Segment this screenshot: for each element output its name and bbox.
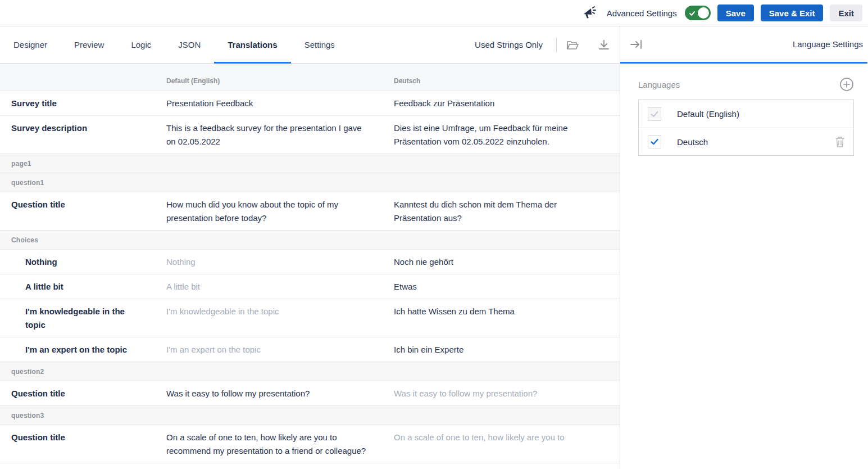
top-action-bar: Advanced Settings Save Save & Exit Exit <box>0 0 868 26</box>
check-icon <box>650 137 659 146</box>
section-row-page1: page1 <box>0 154 620 173</box>
section-label: question3 <box>0 406 620 425</box>
check-icon <box>689 9 696 16</box>
row-label: I'm an expert on the topic <box>0 337 158 362</box>
used-strings-only-button[interactable]: Used Strings Only <box>461 40 556 49</box>
panel-header: Language Settings <box>620 26 867 64</box>
translation-cell-en[interactable]: A little bit <box>158 274 385 299</box>
row-label: Question title <box>0 425 158 463</box>
translation-cell-de[interactable]: Ich hatte Wissen zu dem Thema <box>385 299 620 337</box>
translations-table: Default (English) Deutsch Survey title P… <box>0 64 620 469</box>
translation-cell-en[interactable]: How much did you know about the topic of… <box>158 192 385 230</box>
table-row: Survey title Presentation Feedback Feedb… <box>0 91 620 116</box>
translation-cell-en[interactable]: This is a feedback survey for the presen… <box>158 116 385 154</box>
translation-cell-de[interactable]: Kanntest du dich schon mit dem Thema der… <box>385 192 620 230</box>
translation-cell-en[interactable]: I'm an expert on the topic <box>158 337 385 362</box>
section-row-choices: Choices <box>0 231 620 250</box>
checkbox-default-english <box>648 107 661 121</box>
translation-cell-de[interactable]: Etwas <box>385 274 620 299</box>
toggle-knob <box>698 7 709 19</box>
row-label: Survey title <box>0 91 158 115</box>
translation-cell-en[interactable]: On a scale of one to ten, how likely are… <box>158 425 385 463</box>
exit-button[interactable]: Exit <box>830 4 862 21</box>
table-row: Question title Was it easy to follow my … <box>0 381 620 406</box>
export-button[interactable] <box>588 26 620 63</box>
plus-circle-icon <box>839 77 854 92</box>
translation-cell-en[interactable]: Was it easy to follow my presentation? <box>158 381 385 405</box>
languages-label: Languages <box>638 80 680 89</box>
column-header-deutsch: Deutsch <box>385 64 620 91</box>
add-language-button[interactable] <box>839 77 854 92</box>
translation-cell-en[interactable]: Presentation Feedback <box>158 91 385 115</box>
import-button[interactable] <box>557 26 588 63</box>
section-row-question2: question2 <box>0 362 620 381</box>
advanced-settings-label: Advanced Settings <box>607 8 677 18</box>
tab-preview[interactable]: Preview <box>61 26 117 63</box>
table-row: I'm knowledgeable in the topic I'm knowl… <box>0 299 620 337</box>
section-label: question2 <box>0 362 620 381</box>
collapse-panel-button[interactable] <box>620 26 652 62</box>
column-header-default-english: Default (English) <box>158 64 385 91</box>
save-button[interactable]: Save <box>717 4 754 21</box>
translation-cell-de[interactable]: Dies ist eine Umfrage, um Feedback für m… <box>385 116 620 154</box>
tab-translations[interactable]: Translations <box>214 26 290 63</box>
table-row: A little bit A little bit Etwas <box>0 274 620 299</box>
table-row: Nothing Nothing Noch nie gehört <box>0 250 620 274</box>
megaphone-icon <box>582 6 597 20</box>
table-row: I'm an expert on the topic I'm an expert… <box>0 337 620 362</box>
tab-logic[interactable]: Logic <box>117 26 165 63</box>
table-row: Question title How much did you know abo… <box>0 192 620 231</box>
panel-title: Language Settings <box>793 39 867 49</box>
checkbox-deutsch[interactable] <box>648 135 661 148</box>
row-label: Question title <box>0 381 158 405</box>
column-header-empty <box>0 64 158 91</box>
download-icon <box>597 38 611 52</box>
translation-cell-en[interactable]: I'm knowledgeable in the topic <box>158 299 385 337</box>
tab-bar: Designer Preview Logic JSON Translations… <box>0 26 620 64</box>
language-name: Deutsch <box>677 137 708 147</box>
main-area: Designer Preview Logic JSON Translations… <box>0 26 620 469</box>
section-label: Choices <box>0 231 620 249</box>
row-label: I'm knowledgeable in the topic <box>0 299 158 337</box>
row-label: A little bit <box>0 274 158 299</box>
section-label: page1 <box>0 154 620 173</box>
translation-cell-en[interactable]: Nothing <box>158 250 385 274</box>
translation-cell-de[interactable]: Ich bin ein Experte <box>385 337 620 362</box>
table-row: Survey description This is a feedback su… <box>0 116 620 154</box>
tab-json[interactable]: JSON <box>165 26 214 63</box>
language-settings-panel: Language Settings Languages <box>620 26 867 469</box>
save-and-exit-button[interactable]: Save & Exit <box>761 4 824 21</box>
table-row: Question title On a scale of one to ten,… <box>0 425 620 463</box>
arrow-to-bar-icon <box>629 38 643 51</box>
section-label: question1 <box>0 173 620 192</box>
trash-icon <box>834 136 846 148</box>
translation-cell-de[interactable]: Noch nie gehört <box>385 250 620 274</box>
language-list: Default (English) Deutsch <box>638 100 854 156</box>
language-row-deutsch: Deutsch <box>639 128 853 155</box>
advanced-settings-toggle[interactable] <box>685 6 711 20</box>
tab-settings[interactable]: Settings <box>291 26 348 63</box>
translation-cell-de[interactable]: Feedback zur Präsentation <box>385 91 620 115</box>
translation-cell-de[interactable]: Was it easy to follow my presentation? <box>385 381 620 405</box>
open-folder-icon <box>566 38 579 52</box>
row-label: Survey description <box>0 116 158 154</box>
translation-cell-de[interactable]: On a scale of one to ten, how likely are… <box>385 425 620 463</box>
check-icon <box>650 110 659 119</box>
tab-designer[interactable]: Designer <box>0 26 61 63</box>
language-name: Default (English) <box>677 109 739 119</box>
section-row-question1: question1 <box>0 173 620 192</box>
section-row-question3: question3 <box>0 406 620 425</box>
row-label: Question title <box>0 192 158 230</box>
language-row-default-english: Default (English) <box>639 100 853 128</box>
table-header-row: Default (English) Deutsch <box>0 64 620 91</box>
delete-language-button[interactable] <box>834 136 846 148</box>
row-label: Nothing <box>0 250 158 274</box>
